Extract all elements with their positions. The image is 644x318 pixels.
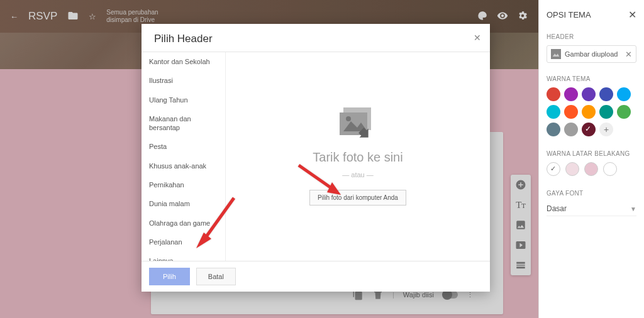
color-swatch[interactable] [547, 87, 560, 101]
category-item[interactable]: Khusus anak-anak [142, 156, 225, 175]
category-item[interactable]: Dunia malam [142, 194, 225, 213]
color-swatch[interactable] [564, 123, 578, 136]
section-label-bg-color: WARNA LATAR BELAKANG [547, 150, 636, 157]
color-swatch[interactable] [582, 87, 596, 101]
upload-placeholder-icon [340, 107, 376, 141]
remove-header-icon[interactable]: ✕ [625, 50, 632, 59]
add-color-button[interactable]: + [599, 123, 613, 136]
color-swatch[interactable] [582, 105, 596, 119]
svg-rect-13 [551, 49, 561, 59]
theme-color-swatches: + [547, 87, 636, 136]
font-value: Dasar [547, 204, 567, 213]
font-style-select[interactable]: Dasar ▼ [547, 202, 636, 216]
chip-label: Gambar diupload [565, 50, 618, 58]
drop-zone[interactable]: Tarik foto ke sini — atau — Pilih foto d… [226, 52, 490, 261]
bg-swatch-selected[interactable] [547, 162, 560, 176]
category-item[interactable]: Perjalanan [142, 233, 225, 251]
close-icon[interactable]: ✕ [628, 9, 636, 21]
bg-swatch[interactable] [584, 162, 598, 176]
chevron-down-icon: ▼ [630, 206, 636, 212]
pick-from-computer-button[interactable]: Pilih foto dari komputer Anda [309, 190, 406, 206]
category-item[interactable]: Kantor dan Sekolah [142, 52, 225, 71]
header-picker-dialog: Pilih Header ✕ Kantor dan Sekolah Ilustr… [142, 24, 490, 292]
close-icon[interactable]: ✕ [474, 33, 481, 43]
color-swatch[interactable] [617, 105, 631, 119]
bg-color-swatches [547, 162, 636, 176]
category-item[interactable]: Ilustrasi [142, 71, 225, 90]
category-item[interactable]: Pesta [142, 137, 225, 156]
category-list: Kantor dan Sekolah Ilustrasi Ulang Tahun… [142, 52, 226, 261]
section-label-header: HEADER [547, 33, 636, 40]
category-item[interactable]: Makanan dan bersantap [142, 109, 225, 138]
color-swatch[interactable] [599, 105, 613, 119]
color-swatch[interactable] [547, 105, 560, 119]
color-swatch[interactable] [564, 105, 578, 119]
section-label-theme-color: WARNA TEMA [547, 75, 636, 82]
dialog-title: Pilih Header [154, 33, 213, 45]
panel-title: OPSI TEMA [547, 10, 591, 19]
bg-swatch[interactable] [565, 162, 579, 176]
color-swatch[interactable] [617, 87, 631, 101]
drop-title: Tarik foto ke sini [313, 150, 402, 165]
header-image-chip[interactable]: Gambar diupload ✕ [547, 45, 636, 63]
bg-swatch[interactable] [603, 162, 617, 176]
category-item[interactable]: Lainnya [142, 251, 225, 261]
confirm-button[interactable]: Pilih [149, 268, 190, 285]
drop-or: — atau — [342, 171, 374, 178]
color-swatch[interactable] [547, 123, 560, 136]
category-item[interactable]: Pernikahan [142, 175, 225, 194]
category-item[interactable]: Ulang Tahun [142, 90, 225, 109]
svg-point-7 [346, 116, 351, 121]
theme-options-panel: OPSI TEMA ✕ HEADER Gambar diupload ✕ WAR… [538, 0, 644, 318]
color-swatch-selected[interactable] [582, 123, 596, 136]
cancel-button[interactable]: Batal [196, 268, 236, 285]
image-icon [551, 49, 561, 59]
color-swatch[interactable] [564, 87, 578, 101]
color-swatch[interactable] [599, 87, 613, 101]
section-label-font: GAYA FONT [547, 190, 636, 197]
category-item[interactable]: Olahraga dan game [142, 214, 225, 233]
